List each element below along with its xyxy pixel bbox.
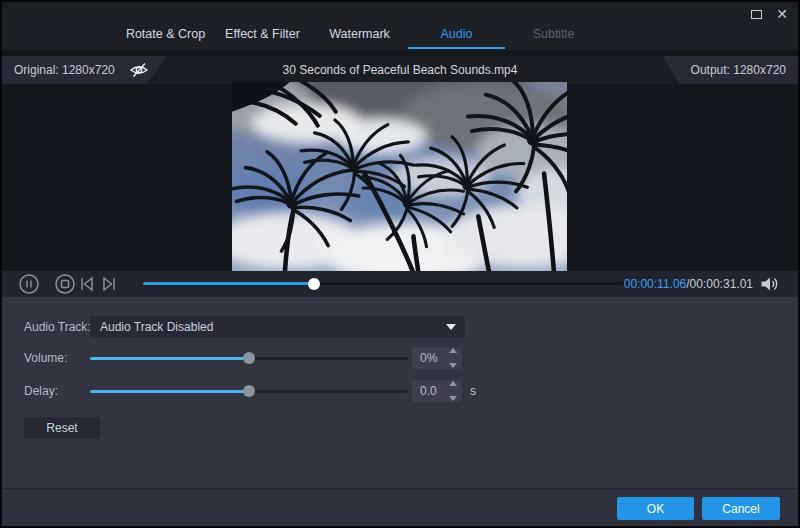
previous-frame-icon[interactable] (78, 273, 96, 295)
playback-progress-fill (143, 282, 314, 285)
delay-slider-thumb[interactable] (243, 385, 255, 397)
cancel-button[interactable]: Cancel (702, 497, 780, 520)
delay-slider[interactable] (90, 390, 408, 393)
volume-slider-thumb[interactable] (243, 352, 255, 364)
delay-spinbox (412, 380, 462, 402)
total-time: 00:00:31.01 (690, 277, 753, 291)
eye-off-icon[interactable] (128, 59, 150, 81)
tab-rotate-crop[interactable]: Rotate & Crop (117, 27, 214, 49)
time-display: 00:00:11.06/00:00:31.01 (624, 271, 753, 297)
audio-settings-window: Rotate & Crop Effect & Filter Watermark … (0, 0, 800, 528)
tab-subtitle[interactable]: Subtitle (505, 27, 602, 49)
pause-icon[interactable] (18, 273, 40, 295)
next-frame-icon[interactable] (100, 273, 118, 295)
tab-audio[interactable]: Audio (408, 27, 505, 49)
delay-unit: s (470, 380, 476, 402)
delay-label: Delay: (24, 380, 58, 402)
audio-track-dropdown[interactable]: Audio Track Disabled (90, 316, 465, 338)
maximize-icon[interactable] (751, 10, 762, 19)
close-icon[interactable]: ✕ (776, 7, 788, 21)
playback-progress-slider[interactable] (143, 282, 632, 285)
speaker-icon[interactable] (758, 273, 780, 295)
volume-slider-fill (90, 357, 249, 360)
stop-icon[interactable] (54, 273, 76, 295)
volume-spinbox (412, 347, 462, 369)
volume-input[interactable] (412, 347, 446, 369)
chevron-down-icon (446, 324, 456, 330)
window-controls: ✕ (751, 6, 788, 22)
title-bar: Rotate & Crop Effect & Filter Watermark … (0, 0, 800, 50)
volume-slider[interactable] (90, 357, 408, 360)
delay-slider-fill (90, 390, 249, 393)
original-resolution-label: Original: 1280x720 (14, 56, 115, 84)
info-bar: 30 Seconds of Peaceful Beach Sounds.mp4 … (0, 56, 800, 84)
player-bar: 00:00:11.06/00:00:31.01 (0, 271, 800, 297)
video-preview (232, 82, 567, 271)
output-resolution-panel: Output: 1280x720 (662, 56, 800, 84)
spinner-down-icon[interactable] (449, 396, 457, 401)
reset-button[interactable]: Reset (24, 417, 100, 439)
spinner-up-icon[interactable] (449, 348, 457, 353)
tab-bar: Rotate & Crop Effect & Filter Watermark … (117, 27, 602, 49)
audio-track-label: Audio Track: (24, 316, 91, 338)
audio-track-value: Audio Track Disabled (90, 316, 465, 338)
ok-button[interactable]: OK (617, 497, 694, 520)
footer-bar: OK Cancel (0, 489, 800, 528)
volume-label: Volume: (24, 347, 67, 369)
playback-progress-thumb[interactable] (308, 278, 320, 290)
current-time: 00:00:11.06 (624, 277, 687, 291)
preview-zone: 30 Seconds of Peaceful Beach Sounds.mp4 … (0, 50, 800, 271)
spinner-down-icon[interactable] (449, 363, 457, 368)
spinner-up-icon[interactable] (449, 381, 457, 386)
output-resolution-label: Output: 1280x720 (691, 56, 786, 84)
delay-input[interactable] (412, 380, 446, 402)
audio-settings-panel: Audio Track: Audio Track Disabled Volume… (0, 297, 800, 488)
volume-spinner (446, 348, 460, 368)
delay-spinner (446, 381, 460, 401)
tab-effect-filter[interactable]: Effect & Filter (214, 27, 311, 49)
tab-watermark[interactable]: Watermark (311, 27, 408, 49)
